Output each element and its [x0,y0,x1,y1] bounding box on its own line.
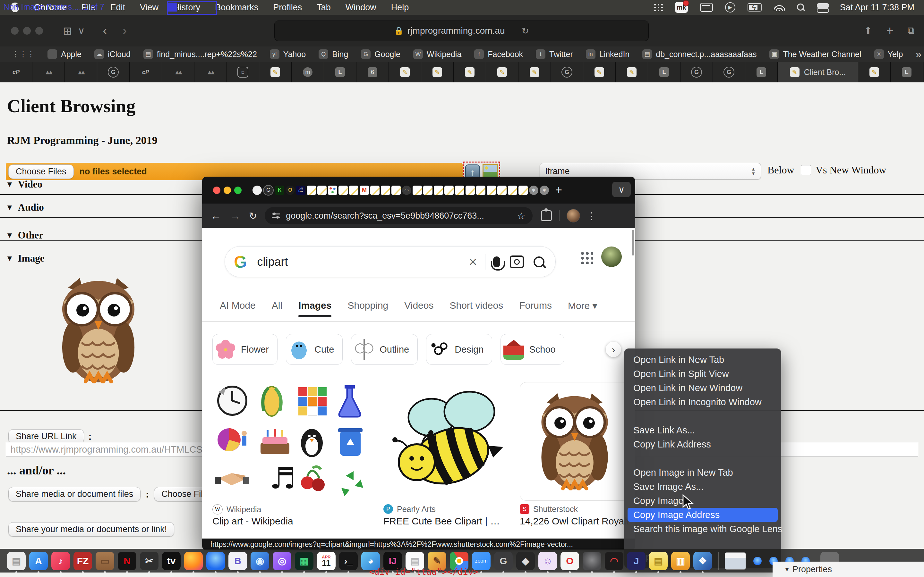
safari-tab[interactable]: G [713,62,745,82]
chrome-tab-favicon[interactable]: ✱ [529,185,538,195]
chrome-tab-favicon[interactable] [252,185,262,195]
dock-memoji-app[interactable]: ☺ [538,552,557,570]
result-image-owl[interactable] [520,382,630,501]
menu-item[interactable]: Help [391,3,409,13]
chrome-tab-favicon[interactable] [465,185,475,195]
dock-textedit[interactable]: ▤ [7,552,26,570]
filter-chip[interactable]: Cute [286,334,342,365]
battery-icon[interactable] [748,3,762,11]
favorites-grid-icon[interactable]: ⋮⋮⋮ [11,50,35,59]
safari-tab[interactable]: ◻ [227,62,259,82]
chrome-tab-favicon[interactable] [307,185,316,195]
chrome-tab-favicon[interactable]: ◠ [402,185,411,195]
extensions-icon[interactable] [541,210,552,221]
menu-item[interactable]: Bookmarks [215,3,258,13]
dock-photos-app[interactable]: ❖ [693,552,712,570]
favorite-item[interactable]: f Facebook [474,49,523,59]
chrome-tab-favicon[interactable] [317,185,326,195]
result-source[interactable]: P Pearly Arts [383,504,436,514]
context-menu-item[interactable]: Copy Link Address [624,437,781,451]
google-result-tab[interactable]: Images [298,300,331,317]
chrome-tab-favicon[interactable]: brit box [296,185,305,195]
safari-tab[interactable]: ✎ [486,62,519,82]
menu-item[interactable]: Tab [317,3,331,13]
search-query-text[interactable]: clipart [257,255,288,269]
section-audio[interactable]: ▼ Audio [6,201,44,213]
context-menu-item[interactable]: Open Link in Incognito Window [624,395,781,409]
chrome-tab-favicon[interactable] [455,185,464,195]
chrome-tab-favicon[interactable] [497,185,507,195]
safari-tab[interactable]: ✎ [615,62,648,82]
dock-books-app[interactable]: ▥ [671,552,690,570]
filter-chip[interactable]: Design [426,334,492,365]
safari-tab[interactable]: m [292,62,324,82]
chrome-tab-favicon[interactable]: G [263,185,274,195]
result-title[interactable]: 14,226 Owl Clipart Royalt [520,516,629,527]
reload-icon[interactable]: ↻ [249,210,257,221]
safari-tab[interactable]: cP [0,62,32,82]
google-result-tab[interactable]: Shopping [347,300,388,317]
dock-terminal[interactable]: ›_ [339,552,358,570]
safari-tab[interactable]: G [551,62,583,82]
voice-search-icon[interactable] [493,256,500,268]
dock-minimized-window[interactable] [725,552,746,570]
favorites-overflow-icon[interactable]: » [916,48,924,60]
menu-item[interactable]: Profiles [273,3,302,13]
context-menu-item[interactable]: Search this image with Google Lens [624,522,781,536]
tab-search-chevron-icon[interactable]: ∨ [612,182,631,197]
reload-icon[interactable]: ↻ [521,26,529,36]
safari-tab[interactable]: ▲▲ [32,62,65,82]
section-other[interactable]: ▼ Other [6,229,43,241]
result-source[interactable]: W Wikipedia [212,504,261,514]
safari-tab[interactable]: ✎ [583,62,615,82]
chrome-menu-icon[interactable]: ⋮ [586,210,596,221]
filter-chip[interactable]: Schoo [501,334,564,365]
chrome-tab-favicon[interactable] [349,185,359,195]
google-result-tab[interactable]: More ▾ [568,300,598,317]
result-title[interactable]: Clip art - Wikipedia [212,516,293,527]
grid-icon[interactable] [653,3,663,11]
favorite-item[interactable]: ▣ The Weather Channel [769,49,861,59]
safari-tab[interactable]: L [648,62,680,82]
chrome-tab-favicon[interactable] [444,185,454,195]
context-menu-item[interactable] [624,451,781,466]
chrome-tab-favicon[interactable] [328,185,337,195]
share-media-button[interactable]: Share media or document files [8,487,141,501]
favorite-item[interactable]: y! Yahoo [270,49,306,59]
chrome-tab-favicon[interactable]: ✱ [540,185,549,195]
mk-badge-icon[interactable]: mk [675,2,688,13]
safari-tab[interactable]: ▲▲ [194,62,227,82]
close-button[interactable] [213,187,220,194]
result-image-bee[interactable] [383,382,517,500]
google-account-avatar[interactable] [601,247,622,267]
new-tab-icon[interactable]: + [886,24,893,37]
context-menu-item[interactable]: Open Link in New Tab [624,353,781,367]
chrome-tab-favicon[interactable] [434,185,443,195]
filter-chip[interactable]: Outline [351,334,418,365]
choose-files-button[interactable]: Choose Files [8,164,74,179]
context-menu-item[interactable]: Open Link in Split View [624,367,781,381]
safari-tab[interactable]: ▲▲ [162,62,194,82]
safari-tab[interactable]: ▲▲ [65,62,97,82]
dock-scissors-app[interactable]: ✂ [140,552,158,570]
google-result-tab[interactable]: Forums [519,300,552,317]
properties-panel[interactable]: ▾ Properties [772,562,924,577]
dock-docs-app[interactable]: J [627,552,646,570]
chevron-down-icon[interactable]: ∨ [78,25,85,36]
site-settings-icon[interactable] [272,213,280,219]
dock-minimized-safari-1[interactable] [753,557,762,565]
section-image[interactable]: ▼ Image [6,253,44,264]
back-icon[interactable]: ‹ [103,23,107,38]
keyboard-icon[interactable] [700,3,713,12]
forward-icon[interactable]: › [123,23,127,38]
dock-calendar[interactable]: APR 11 [317,552,336,570]
close-button[interactable] [11,27,19,35]
zoom-button[interactable] [234,187,242,194]
safari-tab[interactable]: G [97,62,129,82]
context-menu-item[interactable]: Save Link As... [624,423,781,437]
dock-gray-app[interactable]: G [494,552,513,570]
favorite-item[interactable]: ✳ Yelp [874,49,903,59]
wifi-icon[interactable] [774,3,785,11]
sidebar-icon[interactable]: ⊞ [63,24,72,37]
vs-new-window-checkbox[interactable] [801,165,811,175]
